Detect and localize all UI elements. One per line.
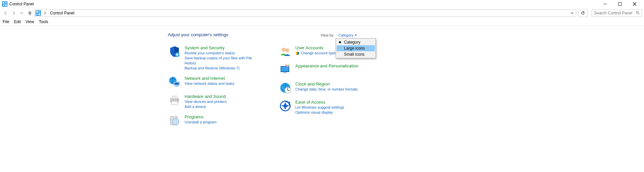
view-by-label: View by:	[320, 33, 334, 37]
svg-rect-33	[284, 72, 286, 73]
search-input[interactable]: Search Control Panel	[592, 9, 642, 17]
svg-rect-20	[176, 86, 178, 87]
globe-monitor-icon	[168, 75, 181, 89]
category-link[interactable]: Let Windows suggest settings	[295, 105, 344, 110]
control-panel-icon	[35, 10, 41, 16]
svg-rect-34	[286, 65, 287, 66]
up-button[interactable]	[26, 9, 34, 17]
refresh-button[interactable]	[578, 9, 588, 17]
breadcrumb-control-panel[interactable]: Control Panel	[49, 11, 76, 15]
svg-rect-11	[39, 11, 40, 13]
printer-icon	[168, 94, 181, 107]
svg-point-30	[285, 48, 289, 52]
category-link[interactable]: Save backup copies of your files with Fi…	[185, 56, 258, 66]
window-title: Control Panel	[9, 2, 34, 6]
close-button[interactable]	[627, 0, 642, 8]
category-title[interactable]: Hardware and Sound	[185, 94, 227, 99]
minimize-button[interactable]	[598, 0, 612, 8]
menu-file[interactable]: File	[3, 19, 9, 24]
content-area: Adjust your computer's settings View by:…	[0, 25, 644, 32]
view-by-option-large-icons[interactable]: Large icons	[337, 45, 375, 51]
svg-rect-22	[171, 96, 178, 99]
nav-row: Control Panel Search Control Panel	[0, 8, 644, 18]
category-link[interactable]: View network status and tasks	[185, 81, 234, 86]
svg-rect-35	[287, 65, 288, 66]
view-by-option-small-icons[interactable]: Small icons	[337, 51, 375, 57]
recent-locations-button[interactable]	[18, 9, 26, 17]
category-appearance-personalization: Appearance and Personalization	[279, 63, 369, 76]
category-ease-of-access: Ease of Access Let Windows suggest setti…	[279, 99, 369, 115]
category-link[interactable]: View devices and printers	[185, 99, 227, 104]
ease-of-access-icon	[279, 99, 292, 113]
clock-globe-icon	[279, 81, 292, 95]
view-by-dropdown[interactable]: Category	[337, 33, 358, 38]
titlebar: Control Panel	[0, 0, 644, 8]
svg-point-14	[636, 11, 638, 13]
category-title[interactable]: Ease of Access	[295, 99, 344, 105]
svg-rect-23	[171, 101, 178, 105]
forward-button[interactable]	[10, 9, 17, 17]
address-history-button[interactable]	[569, 9, 575, 17]
address-bar[interactable]: Control Panel	[34, 9, 576, 17]
category-link[interactable]: Add a device	[185, 104, 227, 109]
search-icon	[636, 11, 640, 16]
svg-rect-32	[281, 67, 289, 71]
category-clock-region: Clock and Region Change date, time, or n…	[279, 81, 369, 95]
category-link[interactable]: Review your computer's status	[185, 51, 258, 56]
category-link[interactable]: Backup and Restore (Windows 7)	[185, 66, 258, 71]
category-programs: Programs Uninstall a program	[168, 114, 258, 127]
svg-rect-2	[5, 2, 7, 4]
category-title[interactable]: System and Security	[185, 45, 258, 51]
svg-rect-12	[36, 13, 38, 15]
svg-rect-13	[39, 13, 40, 15]
users-icon	[279, 45, 292, 58]
category-network-internet: Network and Internet View network status…	[168, 75, 258, 89]
menu-edit[interactable]: Edit	[14, 19, 21, 24]
menu-view[interactable]: View	[26, 19, 34, 24]
category-title[interactable]: Appearance and Personalization	[295, 63, 358, 69]
menu-bar: File Edit View Tools	[0, 18, 644, 25]
category-title[interactable]: Programs	[185, 114, 216, 120]
category-link[interactable]: Uninstall a program	[185, 120, 216, 125]
category-system-security: System and Security Review your computer…	[168, 45, 258, 71]
category-column-left: System and Security Review your computer…	[168, 45, 258, 127]
back-button[interactable]	[2, 9, 9, 17]
disc-box-icon	[168, 114, 181, 127]
menu-tools[interactable]: Tools	[39, 19, 48, 24]
category-link[interactable]: Change date, time, or number formats	[295, 87, 358, 92]
svg-rect-38	[287, 66, 288, 67]
chevron-down-icon	[355, 35, 357, 36]
svg-rect-39	[288, 66, 289, 67]
view-by-value: Category	[338, 33, 353, 37]
category-title[interactable]: Clock and Region	[295, 81, 358, 87]
category-title[interactable]: Network and Internet	[185, 75, 234, 81]
category-link[interactable]: Change account type	[295, 51, 336, 56]
view-by-option-category[interactable]: Category	[337, 39, 375, 45]
chevron-right-icon[interactable]	[43, 11, 47, 15]
category-hardware-sound: Hardware and Sound View devices and prin…	[168, 94, 258, 109]
maximize-button[interactable]	[612, 0, 627, 8]
svg-point-24	[177, 99, 178, 100]
svg-point-28	[175, 121, 177, 123]
svg-rect-37	[286, 66, 287, 67]
view-by: View by: Category	[320, 33, 358, 38]
category-link[interactable]: Optimize visual display	[295, 110, 344, 115]
page-heading: Adjust your computer's settings	[168, 32, 228, 37]
svg-line-15	[638, 13, 640, 14]
svg-rect-6	[618, 3, 622, 6]
svg-rect-36	[288, 65, 289, 66]
svg-rect-10	[36, 11, 38, 13]
search-placeholder: Search Control Panel	[594, 11, 632, 15]
svg-point-29	[282, 48, 286, 52]
selected-dot-icon	[339, 41, 341, 43]
category-title[interactable]: User Accounts	[295, 45, 336, 51]
control-panel-icon	[2, 1, 7, 7]
svg-rect-3	[3, 4, 4, 6]
svg-rect-19	[175, 82, 179, 85]
uac-shield-icon	[295, 51, 299, 55]
monitor-palette-icon	[279, 63, 292, 76]
view-by-menu: Category Large icons Small icons	[336, 38, 376, 58]
svg-rect-4	[5, 4, 7, 6]
svg-rect-1	[3, 2, 4, 4]
shield-icon	[168, 45, 181, 58]
